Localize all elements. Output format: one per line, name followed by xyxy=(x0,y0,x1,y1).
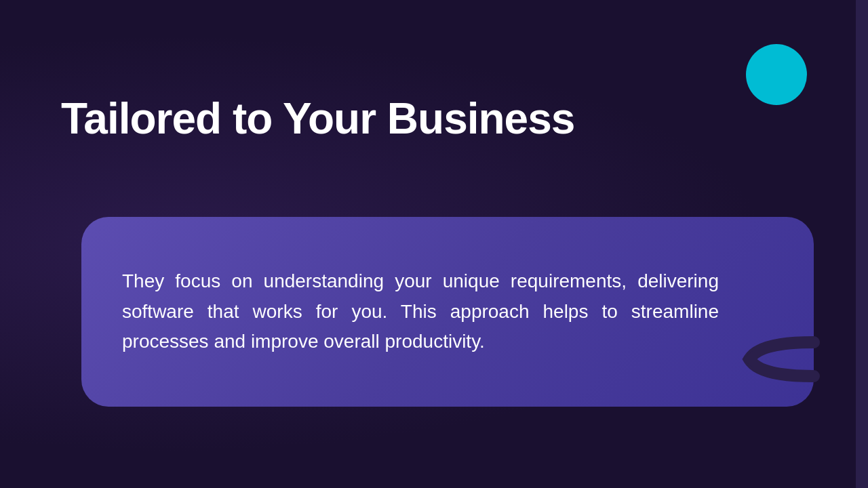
content-card: They focus on understanding your unique … xyxy=(81,217,814,407)
page-title: Tailored to Your Business xyxy=(61,95,574,142)
arrow-decoration xyxy=(739,332,821,386)
content-text: They focus on understanding your unique … xyxy=(122,266,719,357)
right-sidebar-decoration xyxy=(856,0,868,488)
teal-circle-decoration xyxy=(746,44,807,105)
